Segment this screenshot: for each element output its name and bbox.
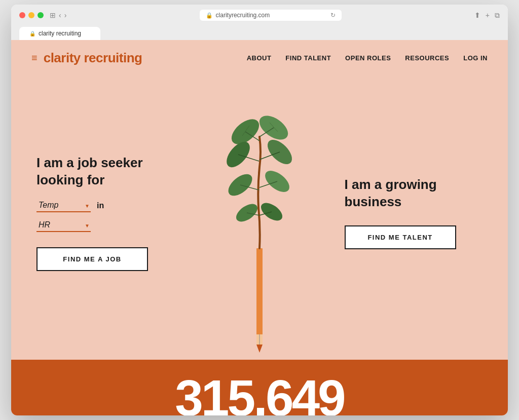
share-icon[interactable]: ⬆ (474, 11, 480, 19)
job-seeker-section: I am a job seeker looking for Temp Perma… (11, 76, 200, 360)
browser-actions: ⬆ + ⧉ (474, 11, 500, 20)
lock-icon: 🔒 (206, 12, 213, 19)
find-me-a-job-button[interactable]: FIND ME A JOB (36, 247, 148, 271)
stats-numbers: 315,649 (175, 372, 344, 415)
plant-svg (209, 76, 310, 360)
minimize-button[interactable] (28, 12, 34, 18)
navigation: ≡ clarity recruiting ABOUT FIND TALENT O… (11, 40, 508, 76)
growing-business-section: I am a growing business FIND ME TALENT (319, 76, 508, 360)
nav-open-roles[interactable]: OPEN ROLES (345, 54, 391, 62)
url-text: clarityrecruiting.com (216, 12, 270, 19)
active-tab[interactable]: 🔒 clarity recruiting (19, 27, 100, 40)
maximize-button[interactable] (38, 12, 44, 18)
find-me-talent-button[interactable]: FIND ME TALENT (345, 225, 456, 249)
new-tab-icon[interactable]: + (486, 11, 490, 19)
svg-marker-2 (256, 345, 263, 353)
browser-nav-controls: ⊞ ‹ › (50, 11, 66, 19)
refresh-icon[interactable]: ↻ (330, 12, 336, 19)
job-type-dropdown-wrapper: Temp Permanent Contract ▼ (36, 199, 91, 212)
logo-text: clarity recruiting (44, 50, 142, 66)
url-bar-container: 🔒 clarityrecruiting.com ↻ (72, 10, 468, 21)
svg-rect-0 (256, 248, 263, 339)
back-button[interactable]: ‹ (59, 11, 61, 19)
close-button[interactable] (19, 12, 25, 18)
industry-dropdown[interactable]: HR Finance Marketing Operations (36, 218, 91, 232)
nav-about[interactable]: ABOUT (247, 54, 272, 62)
job-type-row: Temp Permanent Contract ▼ in (36, 199, 174, 212)
job-seeker-heading: I am a job seeker looking for (36, 155, 174, 189)
tab-favicon: 🔒 (29, 31, 35, 36)
plant-illustration-container (209, 76, 310, 360)
tab-label: clarity recruiting (39, 30, 81, 37)
industry-row: HR Finance Marketing Operations ▼ (36, 218, 174, 232)
industry-dropdown-wrapper: HR Finance Marketing Operations ▼ (36, 218, 91, 232)
traffic-lights (19, 12, 44, 18)
tabs-icon[interactable]: ⧉ (495, 11, 500, 20)
nav-links: ABOUT FIND TALENT OPEN ROLES RESOURCES L… (247, 54, 488, 62)
browser-chrome: ⊞ ‹ › 🔒 clarityrecruiting.com ↻ ⬆ + ⧉ 🔒 … (11, 5, 508, 40)
nav-logo[interactable]: ≡ clarity recruiting (31, 50, 142, 66)
in-text: in (97, 201, 104, 210)
forward-button[interactable]: › (64, 11, 67, 19)
nav-find-talent[interactable]: FIND TALENT (285, 54, 331, 62)
hero-section: I am a job seeker looking for Temp Perma… (11, 76, 508, 360)
url-bar[interactable]: 🔒 clarityrecruiting.com ↻ (200, 10, 342, 21)
bottom-stats-section: 315,649 (11, 360, 508, 415)
browser-window: ⊞ ‹ › 🔒 clarityrecruiting.com ↻ ⬆ + ⧉ 🔒 … (11, 5, 508, 415)
job-type-dropdown[interactable]: Temp Permanent Contract (36, 199, 91, 212)
nav-log-in[interactable]: LOG IN (463, 54, 488, 62)
hamburger-icon[interactable]: ≡ (31, 52, 38, 64)
window-controls-icon: ⊞ (50, 11, 56, 19)
website-content: ≡ clarity recruiting ABOUT FIND TALENT O… (11, 40, 508, 415)
browser-top-bar: ⊞ ‹ › 🔒 clarityrecruiting.com ↻ ⬆ + ⧉ (19, 10, 500, 21)
browser-tabs: 🔒 clarity recruiting (19, 25, 500, 40)
nav-resources[interactable]: RESOURCES (405, 54, 449, 62)
growing-business-heading: I am a growing business (345, 176, 483, 211)
